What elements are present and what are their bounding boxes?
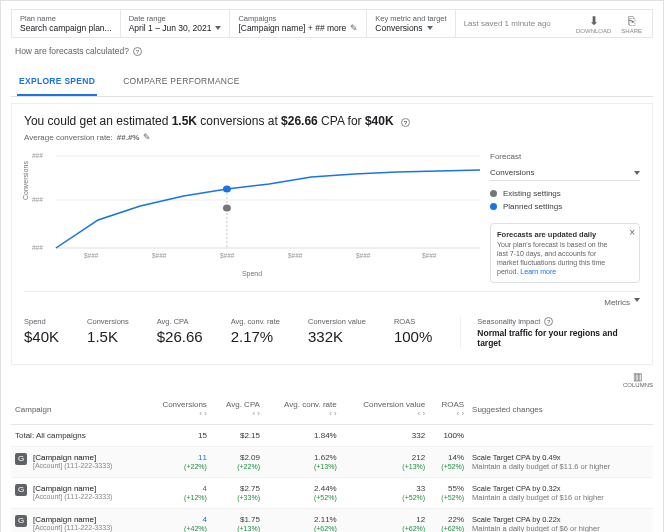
forecast-notice: × Forecasts are updated daily Your plan'… (490, 223, 640, 283)
col-conversions[interactable]: Conversions‹ › (144, 394, 210, 425)
kpi-cpa-label: Avg. CPA (157, 317, 203, 326)
key-metric-cell[interactable]: Key metric and target Conversions (367, 10, 455, 37)
plan-name-value: Search campaign plan... (20, 23, 112, 33)
plan-name-cell[interactable]: Plan name Search campaign plan... (12, 10, 121, 37)
table-row[interactable]: G [Campaign name] [Account] (111-222-333… (11, 447, 653, 478)
kpi-rate-label: Avg. conv. rate (231, 317, 280, 326)
date-range-cell[interactable]: Date range April 1 – Jun 30, 2021 (121, 10, 231, 37)
campaigns-value: [Campaign name] + ## more (238, 23, 346, 33)
metrics-dropdown[interactable]: Metrics (604, 298, 630, 307)
help-icon[interactable]: ? (544, 317, 553, 326)
columns-button[interactable]: ▥ COLUMNS (623, 371, 653, 388)
campaign-icon: G (15, 453, 27, 465)
seasonality-desc: Normal traffic for your regions and targ… (477, 328, 640, 348)
chart-ylabel: Conversions (22, 161, 29, 200)
suggested-change: Scale Target CPA by 0.49x (472, 453, 649, 462)
plan-topbar: Plan name Search campaign plan... Date r… (11, 9, 653, 38)
chart-xlabel: Spend (24, 270, 480, 277)
key-metric-label: Key metric and target (375, 14, 446, 23)
kpi-value-label: Conversion value (308, 317, 366, 326)
chart-legend: Forecast Conversions Existing settings P… (490, 148, 640, 283)
account-name: [Account] (111-222-3333) (33, 524, 112, 531)
kpi-roas-value: 100% (394, 328, 432, 345)
close-icon[interactable]: × (629, 226, 635, 239)
chevron-down-icon (634, 298, 640, 302)
chevron-down-icon (215, 26, 221, 30)
col-avg-cpa[interactable]: Avg. CPA‹ › (211, 394, 264, 425)
planned-marker (223, 186, 231, 193)
download-button[interactable]: ⬇ DOWNLOAD (576, 14, 611, 34)
tabs: EXPLORE SPEND COMPARE PERFORMANCE (11, 68, 653, 97)
forecast-panel: You could get an estimated 1.5K conversi… (11, 103, 653, 365)
share-button[interactable]: ⎘ SHARE (621, 14, 642, 34)
chevron-down-icon (427, 26, 433, 30)
avg-conv-label: Average conversion rate: (24, 133, 113, 142)
forecast-metric-select[interactable]: Conversions (490, 165, 640, 181)
help-icon[interactable]: ? (401, 118, 410, 127)
campaign-name[interactable]: [Campaign name] (33, 484, 112, 493)
col-suggested[interactable]: Suggested changes (468, 394, 653, 425)
account-name: [Account] (111-222-3333) (33, 493, 112, 500)
kpi-spend-label: Spend (24, 317, 59, 326)
share-icon: ⎘ (621, 14, 642, 28)
col-conv-value[interactable]: Conversion value‹ › (341, 394, 429, 425)
account-name: [Account] (111-222-3333) (33, 462, 112, 469)
campaign-table: Campaign Conversions‹ › Avg. CPA‹ › Avg.… (11, 394, 653, 532)
date-range-value: April 1 – Jun 30, 2021 (129, 23, 212, 33)
kpi-conv-value: 1.5K (87, 328, 129, 345)
total-row-label: Total: All campaigns (11, 425, 144, 447)
columns-icon: ▥ (633, 371, 642, 382)
pencil-icon[interactable]: ✎ (350, 23, 358, 33)
last-saved-text: Last saved 1 minute ago (456, 10, 566, 37)
kpi-roas-label: ROAS (394, 317, 432, 326)
pencil-icon[interactable]: ✎ (143, 132, 151, 142)
date-range-label: Date range (129, 14, 222, 23)
campaign-icon: G (15, 484, 27, 496)
kpi-rate-value: 2.17% (231, 328, 280, 345)
suggested-change: Scale Target CPA by 0.32x (472, 484, 649, 493)
campaign-name[interactable]: [Campaign name] (33, 453, 112, 462)
kpi-cpa-value: $26.66 (157, 328, 203, 345)
table-row[interactable]: G [Campaign name] [Account] (111-222-333… (11, 478, 653, 509)
campaigns-label: Campaigns (238, 14, 358, 23)
campaign-icon: G (15, 515, 27, 527)
kpi-spend-value: $40K (24, 328, 59, 345)
kpi-strip: Spend$40K Conversions1.5K Avg. CPA$26.66… (24, 311, 640, 354)
col-avg-rate[interactable]: Avg. conv. rate‹ › (264, 394, 341, 425)
learn-more-link[interactable]: Learn more (520, 268, 556, 275)
col-roas[interactable]: ROAS‹ › (429, 394, 468, 425)
suggested-change: Scale Target CPA by 0.22x (472, 515, 649, 524)
chevron-down-icon (634, 171, 640, 175)
help-icon[interactable]: ? (133, 47, 142, 56)
forecast-calc-link[interactable]: How are forecasts calculated? (15, 46, 129, 56)
table-row[interactable]: G [Campaign name] [Account] (111-222-333… (11, 509, 653, 532)
download-icon: ⬇ (576, 14, 611, 28)
forecast-chart[interactable]: Conversions ### ### ### $### $### $### (24, 148, 480, 268)
dot-icon (490, 203, 497, 210)
legend-existing: Existing settings (503, 189, 561, 198)
kpi-value-value: 332K (308, 328, 366, 345)
seasonality-label: Seasonality impact (477, 317, 540, 326)
existing-marker (223, 205, 231, 212)
campaign-name[interactable]: [Campaign name] (33, 515, 112, 524)
tab-compare-performance[interactable]: COMPARE PERFORMANCE (121, 68, 242, 96)
plan-name-label: Plan name (20, 14, 112, 23)
dot-icon (490, 190, 497, 197)
avg-conv-value: ##.#% (117, 133, 140, 142)
tab-explore-spend[interactable]: EXPLORE SPEND (17, 68, 97, 96)
key-metric-value: Conversions (375, 23, 422, 33)
legend-title: Forecast (490, 152, 640, 161)
legend-planned: Planned settings (503, 202, 562, 211)
col-campaign[interactable]: Campaign (11, 394, 144, 425)
campaigns-cell[interactable]: Campaigns [Campaign name] + ## more✎ (230, 10, 367, 37)
kpi-conv-label: Conversions (87, 317, 129, 326)
headline: You could get an estimated 1.5K conversi… (24, 114, 640, 128)
